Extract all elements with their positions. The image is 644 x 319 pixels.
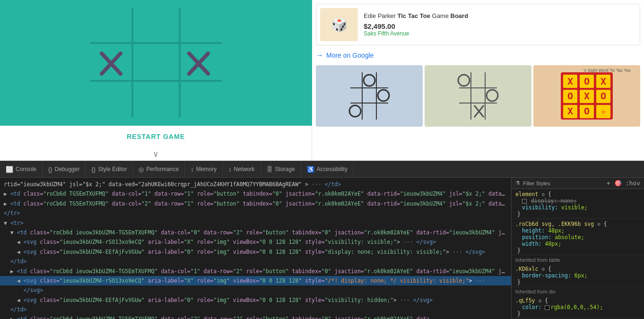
html-line: ◀ <svg class="ieuow3kbUZM4-EEfAjFvVGUw" … xyxy=(0,295,511,305)
image-strip-item-1[interactable] xyxy=(316,65,423,127)
css-prop-visibility: visibility: visible; xyxy=(515,204,640,211)
tab-debugger[interactable]: {} Debugger xyxy=(43,161,86,177)
tab-style-editor[interactable]: {} Style Editor xyxy=(86,161,133,177)
css-selector-rocb6d: .roCb6d svg, .EKK96b svg ⚙ { xyxy=(515,221,640,227)
html-line: ◀ <svg class="ieuow3kbUZM4-rSO13xo9eCQ" … xyxy=(0,237,511,247)
top-area: RESTART GAME ∨ 🎲 Edie Parker Tic Tac Toe… xyxy=(0,0,644,161)
color-swatch[interactable] xyxy=(545,305,549,310)
html-line: ◀ <svg class="ieuow3kbUZM4-EEfAjFvVGUw" … xyxy=(0,247,511,257)
tab-performance[interactable]: ◎ Performance xyxy=(133,161,185,177)
restart-button[interactable]: RESTART GAME xyxy=(127,133,185,140)
html-line: ▶ <td class="roCb6d TG5EmTXUFMQ" data-co… xyxy=(0,189,511,198)
tab-storage-label: Storage xyxy=(275,166,295,172)
tab-console[interactable]: ⬜ Console xyxy=(0,161,43,177)
css-actions: + 🎯 :hov xyxy=(607,180,640,187)
css-prop-height: height: 48px; xyxy=(515,227,640,234)
html-line: rtid="ieuow3kbUZM4" jsl="$x 2;" data-ved… xyxy=(0,180,511,189)
tab-memory-label: Memory xyxy=(196,166,217,172)
tab-performance-label: Performance xyxy=(146,166,179,172)
pseudo-class-label: :hov xyxy=(626,180,640,187)
debugger-icon: {} xyxy=(48,166,52,173)
product-title-bold1: Tic Tac Toe xyxy=(398,12,430,19)
css-toolbar: ⚗ Filter Styles + 🎯 :hov xyxy=(512,178,644,189)
style-editor-icon: {} xyxy=(91,166,96,173)
storage-icon: 🗄 xyxy=(267,166,273,173)
css-rule-kd6xlc: .KD6xlc ⚙ { border-spacing: 6px; } xyxy=(512,264,644,287)
google-panel: 🎲 Edie Parker Tic Tac Toe Game Board $2,… xyxy=(312,0,644,161)
add-rule-button[interactable]: + xyxy=(607,180,610,187)
tab-network[interactable]: ↕ Network xyxy=(223,161,261,177)
game-panel: RESTART GAME ∨ xyxy=(0,0,312,161)
css-prop-color: color: rgba(0,0,0,.54); xyxy=(515,304,640,310)
css-close-brace-2: } xyxy=(515,247,640,254)
more-google-link[interactable]: → More on Google xyxy=(316,49,640,61)
svg-point-19 xyxy=(458,75,470,86)
image-strip-item-2[interactable] xyxy=(425,65,531,127)
css-close-brace-3: } xyxy=(515,279,640,285)
svg-text:X: X xyxy=(567,76,573,87)
html-line: </svg> xyxy=(0,285,511,295)
css-selector-qlf5y: .qLf5y ⚙ { xyxy=(515,297,640,304)
product-title-bold2: Board xyxy=(451,12,469,19)
html-line: ▶ <td class="roCb6d TG5EmTXUFMQ" data-co… xyxy=(0,199,511,208)
product-info: Edie Parker Tic Tac Toe Game Board $2,49… xyxy=(364,12,636,37)
arrow-right-icon: → xyxy=(316,51,323,60)
game-board-svg xyxy=(85,4,227,122)
html-line: ▼ <tr> xyxy=(0,218,511,228)
product-price: $2,495.00 xyxy=(364,22,636,30)
product-card: 🎲 Edie Parker Tic Tac Toe Game Board $2,… xyxy=(316,4,640,45)
inherited-from-table-label: Inherited from table xyxy=(512,255,644,264)
inherited-from-div-label: Inherited from div xyxy=(512,287,644,295)
game-board-container xyxy=(0,0,312,126)
svg-point-14 xyxy=(349,105,361,117)
tab-accessibility-label: Accessibility xyxy=(317,166,348,172)
css-filter: ⚗ Filter Styles xyxy=(515,180,550,186)
html-line: </tr> xyxy=(0,208,511,218)
tab-memory[interactable]: ↕ Memory xyxy=(185,161,223,177)
tab-accessibility[interactable]: ♿ Accessibility xyxy=(301,161,354,177)
svg-text:X: X xyxy=(567,105,573,117)
css-prop-width: width: 48px; xyxy=(515,241,640,247)
devtools-toolbar: ⬜ Console {} Debugger {} Style Editor ◎ … xyxy=(0,161,644,178)
svg-text:O: O xyxy=(584,76,590,87)
tab-debugger-label: Debugger xyxy=(55,166,80,172)
html-line-selected[interactable]: ◀ <svg class="ieuow3kbUZM4-rSO13xo9eCQ" … xyxy=(0,276,511,285)
css-panel: ⚗ Filter Styles + 🎯 :hov element ⚙ { dis… xyxy=(512,178,644,319)
filter-styles-label: Filter Styles xyxy=(523,181,550,186)
css-prop-position: position: absolute; xyxy=(515,234,640,241)
chevron-down-icon[interactable]: ∨ xyxy=(153,149,158,159)
pick-element-button[interactable]: 🎯 xyxy=(614,180,622,187)
chevron-row[interactable]: ∨ xyxy=(0,147,312,161)
html-line: ▼ <td class="roCb6d ieuow3kbUZM4-TG5EmTX… xyxy=(0,228,511,237)
image-strip-item-3[interactable]: 's Sight Word Tic Tac Toe X O X O X xyxy=(533,65,640,127)
tab-console-label: Console xyxy=(16,166,36,172)
css-selector-element: element ⚙ { xyxy=(515,191,640,198)
css-checkbox[interactable] xyxy=(522,199,527,204)
css-selector-kd6xlc: .KD6xlc ⚙ { xyxy=(515,266,640,272)
html-line: </td> xyxy=(0,257,511,266)
svg-text:★: ★ xyxy=(600,105,606,117)
filter-icon: ⚗ xyxy=(515,180,520,186)
css-rule-element: element ⚙ { display: none; visibility: v… xyxy=(512,189,644,219)
tab-storage[interactable]: 🗄 Storage xyxy=(261,161,301,177)
svg-text:O: O xyxy=(567,90,573,102)
css-rule-qlf5y: .qLf5y ⚙ { color: rgba(0,0,0,.54); } xyxy=(512,295,644,319)
product-title: Edie Parker Tic Tac Toe Game Board xyxy=(364,12,636,19)
performance-icon: ◎ xyxy=(139,166,144,173)
product-title-plain: Edie Parker xyxy=(364,12,398,19)
sight-word-label: 's Sight Word Tic Tac Toe xyxy=(583,68,631,73)
tab-network-label: Network xyxy=(234,166,255,172)
svg-text:O: O xyxy=(600,90,606,102)
memory-icon: ↕ xyxy=(191,166,194,173)
html-panel[interactable]: rtid="ieuow3kbUZM4" jsl="$x 2;" data-ved… xyxy=(0,178,512,319)
svg-text:X: X xyxy=(600,76,606,87)
svg-point-12 xyxy=(364,75,375,86)
html-line: ▶ <td class="roCb6d ieuow3kbUZM4-TG5EmTX… xyxy=(0,314,511,319)
html-line: </td> xyxy=(0,305,511,314)
image-strip: 's Sight Word Tic Tac Toe X O X O X xyxy=(316,65,640,127)
svg-point-20 xyxy=(487,90,498,101)
product-thumbnail: 🎲 xyxy=(320,8,358,41)
css-rule-rocb6d: .roCb6d svg, .EKK96b svg ⚙ { height: 48p… xyxy=(512,219,644,255)
svg-text:O: O xyxy=(584,105,590,117)
css-close-brace: } xyxy=(515,211,640,217)
